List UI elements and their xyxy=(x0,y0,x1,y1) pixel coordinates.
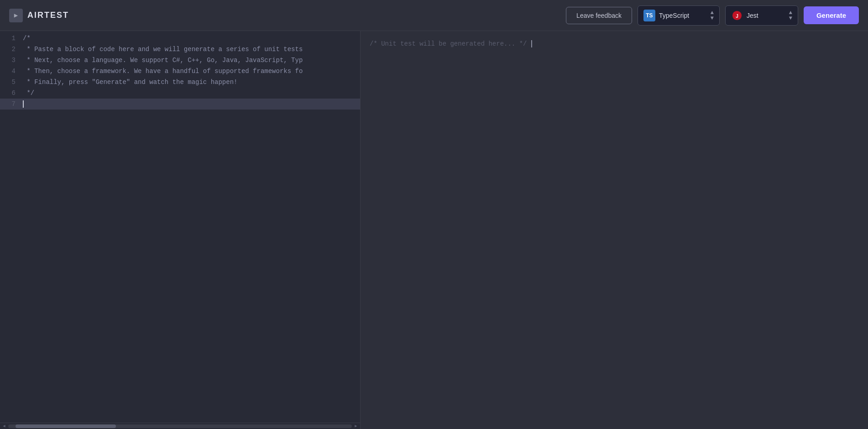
line-number: 3 xyxy=(0,55,23,66)
code-line: 3 * Next, choose a language. We support … xyxy=(0,55,360,66)
language-selector[interactable]: TS TypeScript ▲ ▼ xyxy=(638,5,720,26)
main-content: 1/*2 * Paste a block of code here and we… xyxy=(0,31,868,429)
line-number: 5 xyxy=(0,77,23,88)
framework-selector[interactable]: J Jest ▲ ▼ xyxy=(725,5,798,26)
code-line: 6 */ xyxy=(0,88,360,99)
output-cursor xyxy=(531,40,532,47)
language-select-inner: TS TypeScript xyxy=(643,10,689,21)
line-content xyxy=(23,99,24,110)
code-line: 2 * Paste a block of code here and we wi… xyxy=(0,44,360,55)
header: ▶ AIRTEST Leave feedback TS TypeScript ▲… xyxy=(0,0,868,31)
editor-scrollbar: ◀ ▶ xyxy=(0,423,360,429)
code-lines: 1/*2 * Paste a block of code here and we… xyxy=(0,31,360,110)
output-placeholder: /* Unit test will be generated here... *… xyxy=(370,38,859,49)
scrollbar-track[interactable] xyxy=(8,424,352,428)
line-content: * Then, choose a framework. We have a ha… xyxy=(23,66,303,77)
logo-area: ▶ AIRTEST xyxy=(9,9,566,22)
code-line: 1/* xyxy=(0,33,360,44)
feedback-button[interactable]: Leave feedback xyxy=(566,7,632,24)
code-area[interactable]: 1/*2 * Paste a block of code here and we… xyxy=(0,31,360,423)
generate-button[interactable]: Generate xyxy=(804,6,859,24)
line-content: * Paste a block of code here and we will… xyxy=(23,44,303,55)
output-comment-text: /* Unit test will be generated here... *… xyxy=(370,40,527,47)
header-controls: Leave feedback TS TypeScript ▲ ▼ J xyxy=(566,5,859,26)
code-line: 4 * Then, choose a framework. We have a … xyxy=(0,66,360,77)
code-line: 7 xyxy=(0,99,360,110)
framework-label: Jest xyxy=(747,12,758,19)
jest-icon: J xyxy=(731,10,743,21)
logo-icon: ▶ xyxy=(9,9,23,22)
line-number: 1 xyxy=(0,33,23,44)
typescript-badge: TS xyxy=(643,10,655,21)
framework-select-inner: J Jest xyxy=(731,10,758,21)
language-arrows: ▲ ▼ xyxy=(711,10,714,21)
line-content: * Next, choose a language. We support C#… xyxy=(23,55,303,66)
output-pane: /* Unit test will be generated here... *… xyxy=(361,31,868,429)
line-content: * Finally, press "Generate" and watch th… xyxy=(23,77,237,88)
line-content: */ xyxy=(23,88,34,99)
svg-text:J: J xyxy=(736,13,738,18)
line-number: 4 xyxy=(0,66,23,77)
scrollbar-thumb[interactable] xyxy=(16,424,116,428)
scroll-right-arrow[interactable]: ▶ xyxy=(353,423,359,429)
line-number: 2 xyxy=(0,44,23,55)
line-number: 7 xyxy=(0,99,23,110)
line-content: /* xyxy=(23,33,31,44)
framework-arrows: ▲ ▼ xyxy=(789,10,792,21)
scroll-left-arrow[interactable]: ◀ xyxy=(1,423,7,429)
code-line: 5 * Finally, press "Generate" and watch … xyxy=(0,77,360,88)
line-number: 6 xyxy=(0,88,23,99)
language-label: TypeScript xyxy=(659,12,689,19)
editor-pane: 1/*2 * Paste a block of code here and we… xyxy=(0,31,361,429)
app-title: AIRTEST xyxy=(27,10,69,20)
